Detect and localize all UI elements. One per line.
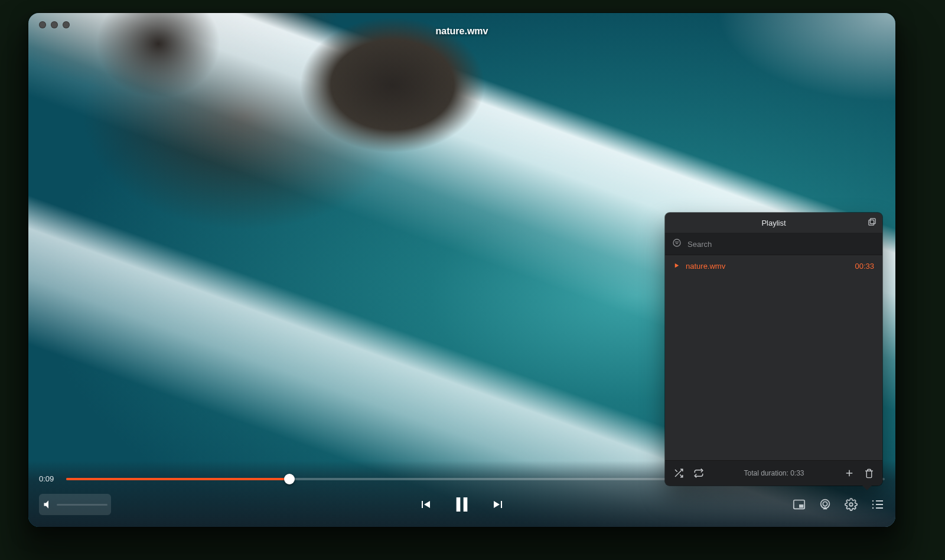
playlist-total-duration: Total duration: 0:33: [713, 469, 835, 477]
playlist-footer: Total duration: 0:33: [665, 460, 882, 486]
playlist-toggle-button[interactable]: [871, 497, 885, 512]
playlist-panel: Playlist nature.wmv: [665, 213, 882, 486]
transport-controls: [418, 495, 506, 514]
svg-point-2: [673, 239, 680, 246]
svg-rect-4: [464, 497, 468, 512]
window-traffic-lights: [39, 21, 70, 28]
repeat-button[interactable]: [693, 468, 704, 478]
seek-knob[interactable]: [284, 474, 295, 484]
playlist-item-duration: 00:33: [855, 262, 874, 271]
settings-button[interactable]: [845, 498, 858, 511]
picture-in-picture-button[interactable]: [793, 498, 806, 511]
current-time: 0:09: [39, 474, 59, 483]
svg-point-9: [849, 503, 853, 506]
play-pause-button[interactable]: [452, 495, 471, 514]
airplay-button[interactable]: [819, 498, 832, 511]
playlist-popout-button[interactable]: [868, 217, 876, 228]
playlist-title: Playlist: [761, 219, 786, 227]
window-minimize-button[interactable]: [51, 21, 58, 28]
shuffle-button[interactable]: [673, 468, 684, 478]
button-row: [28, 487, 895, 527]
previous-track-button[interactable]: [418, 497, 432, 512]
right-tool-group: [793, 497, 885, 512]
svg-rect-0: [870, 219, 875, 224]
volume-control[interactable]: [39, 494, 111, 515]
seek-progress-fill: [66, 478, 289, 480]
playlist-search-input[interactable]: [686, 239, 875, 249]
window-zoom-button[interactable]: [63, 21, 70, 28]
svg-point-14: [872, 507, 874, 509]
svg-point-8: [823, 502, 827, 506]
volume-icon[interactable]: [43, 499, 54, 510]
playlist-header: Playlist: [665, 213, 882, 233]
playlist-item-name: nature.wmv: [686, 262, 725, 271]
svg-rect-1: [869, 220, 874, 225]
volume-slider[interactable]: [57, 504, 107, 506]
window-close-button[interactable]: [39, 21, 46, 28]
svg-point-12: [872, 504, 874, 505]
playlist-search-row: [665, 233, 882, 255]
playlist-list: nature.wmv 00:33: [665, 255, 882, 460]
playing-icon: [673, 262, 680, 271]
svg-rect-6: [799, 504, 803, 508]
add-to-playlist-button[interactable]: [844, 468, 855, 478]
clear-playlist-button[interactable]: [864, 468, 874, 478]
player-window: nature.wmv Playlist: [28, 13, 895, 527]
svg-rect-3: [457, 497, 461, 512]
filter-icon: [672, 238, 682, 250]
next-track-button[interactable]: [491, 497, 506, 512]
playlist-item[interactable]: nature.wmv 00:33: [665, 255, 882, 276]
svg-point-10: [872, 500, 874, 502]
